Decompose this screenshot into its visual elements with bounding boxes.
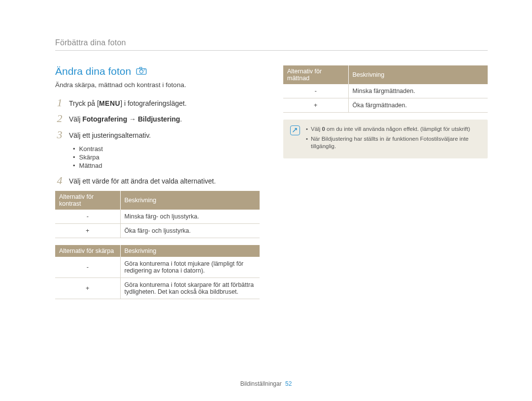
bullet-item: Mättnad — [73, 162, 260, 169]
step-2: 2 Välj Fotografering → Bildjustering. — [55, 113, 260, 124]
page-number: 52 — [285, 380, 292, 387]
info-box: Välj 0 om du inte vill använda någon eff… — [283, 120, 488, 158]
table-row: + Öka färg- och ljusstyrka. — [55, 224, 260, 238]
section-title-text: Ändra dina foton — [55, 65, 131, 77]
table-kontrast: Alternativ för kontrast Beskrivning - Mi… — [55, 191, 260, 238]
info-icon — [290, 125, 300, 135]
th-option: Alternativ för skärpa — [55, 245, 120, 257]
th-desc: Beskrivning — [348, 65, 488, 84]
th-option: Alternativ för mättnad — [283, 65, 348, 84]
table-row: + Öka färgmättnaden. — [283, 98, 488, 113]
adjust-bullets: Kontrast Skärpa Mättnad — [73, 145, 260, 169]
th-desc: Beskrivning — [120, 191, 260, 210]
menu-key: MENU — [99, 98, 120, 108]
table-row: - Göra konturerna i fotot mjukare (lämpl… — [55, 257, 260, 278]
table-skarpa: Alternativ för skärpa Beskrivning - Göra… — [55, 245, 260, 299]
camera-icon: P — [136, 65, 147, 77]
page-footer: Bildinställningar 52 — [0, 380, 532, 387]
th-desc: Beskrivning — [120, 245, 260, 257]
section-title: Ändra dina foton P — [55, 65, 260, 77]
table-row: - Minska färg- och ljusstyrka. — [55, 210, 260, 224]
intro-text: Ändra skärpa, mättnad och kontrast i fot… — [55, 81, 260, 89]
step-4: 4 Välj ett värde för att ändra det valda… — [55, 175, 260, 186]
table-row: - Minska färgmättnaden. — [283, 84, 488, 98]
breadcrumb: Förbättra dina foton — [55, 38, 488, 51]
step-3: 3 Välj ett justeringsalternativ. — [55, 129, 260, 140]
step-1: 1 Tryck på [MENU] i fotograferingsläget. — [55, 97, 260, 108]
info-line: När Bildjustering har ställts in är funk… — [306, 135, 481, 151]
svg-text:P: P — [144, 69, 145, 71]
right-column: Alternativ för mättnad Beskrivning - Min… — [283, 65, 488, 306]
table-mattnad: Alternativ för mättnad Beskrivning - Min… — [283, 65, 488, 113]
info-line: Välj 0 om du inte vill använda någon eff… — [306, 125, 481, 133]
table-row: + Göra konturerna i fotot skarpare för a… — [55, 278, 260, 299]
left-column: Ändra dina foton P Ändra skärpa, mättnad… — [55, 65, 260, 306]
bullet-item: Skärpa — [73, 154, 260, 161]
th-option: Alternativ för kontrast — [55, 191, 120, 210]
svg-point-2 — [140, 70, 143, 73]
svg-rect-1 — [140, 67, 142, 69]
bullet-item: Kontrast — [73, 145, 260, 153]
